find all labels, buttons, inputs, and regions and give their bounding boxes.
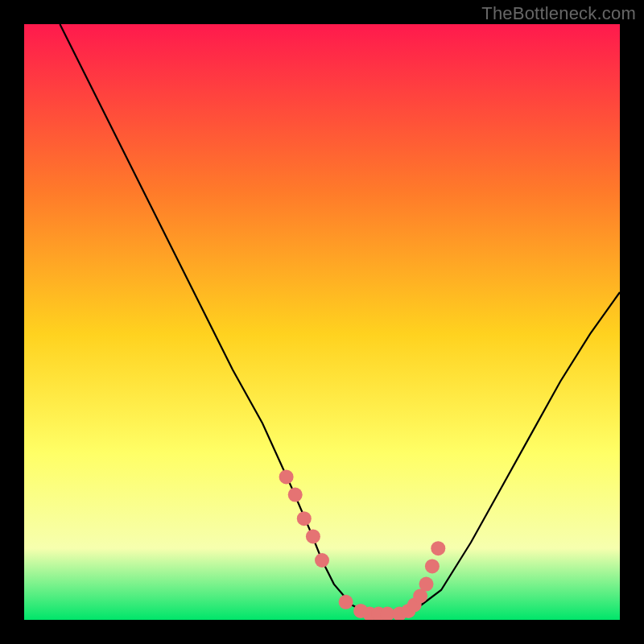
highlight-dot (425, 559, 440, 573)
highlight-dot (419, 577, 434, 592)
highlight-dot (306, 529, 320, 543)
highlight-dot (431, 541, 445, 555)
chart-frame: TheBottleneck.com (0, 0, 644, 644)
highlight-dot (315, 553, 329, 568)
plot-svg (24, 24, 620, 620)
highlight-dot (297, 511, 312, 526)
highlight-dot (279, 469, 294, 484)
bottleneck-plot (24, 24, 620, 620)
watermark-text: TheBottleneck.com (481, 3, 636, 24)
highlight-dot (288, 488, 303, 502)
gradient-background (24, 24, 620, 620)
highlight-dot (339, 595, 353, 609)
